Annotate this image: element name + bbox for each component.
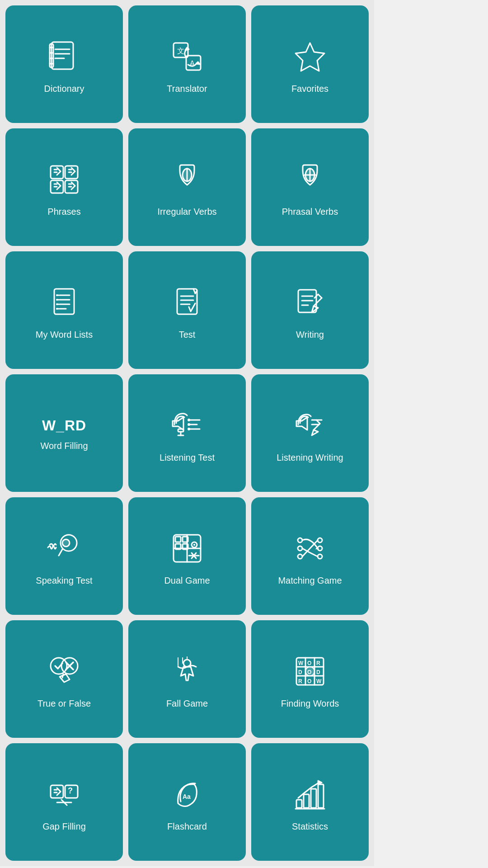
svg-point-31 [56,308,58,310]
phrases-icon [44,159,84,200]
matching-game-card[interactable]: Matching Game [251,497,369,615]
app-grid: Dictionary 文 A Translator Favorites [0,0,374,866]
svg-text:?: ? [68,786,73,795]
listening-test-icon [167,405,207,446]
svg-point-29 [56,303,58,305]
listening-writing-card[interactable]: Listening Writing [251,374,369,492]
svg-rect-23 [54,289,74,314]
dictionary-icon [44,36,84,77]
fall-game-card[interactable]: Fall Game [128,620,246,738]
irregular-verbs-icon [167,159,207,200]
favorites-label: Favorites [291,83,328,94]
finding-words-label: Finding Words [281,698,339,709]
svg-line-47 [318,294,322,298]
svg-point-25 [56,294,58,296]
flashcard-card[interactable]: Aa Flashcard [128,743,246,861]
translator-icon: 文 A [167,36,207,77]
svg-text:文: 文 [177,47,184,55]
svg-line-89 [62,674,63,678]
word-filling-label: Word Filling [40,440,88,451]
svg-rect-69 [175,537,181,542]
statistics-card[interactable]: Statistics [251,743,369,861]
writing-card[interactable]: Writing [251,251,369,369]
listening-writing-icon [290,405,330,446]
svg-point-65 [62,539,70,547]
svg-marker-13 [296,43,324,71]
finding-words-icon: W O R D O D R O W [290,651,330,692]
svg-rect-109 [51,785,63,798]
speaking-test-label: Speaking Test [36,575,92,586]
svg-rect-0 [52,42,73,69]
writing-label: Writing [296,329,324,340]
listening-test-card[interactable]: Listening Test [128,374,246,492]
statistics-label: Statistics [292,821,328,832]
svg-text:D: D [316,669,320,675]
test-card[interactable]: Test [128,251,246,369]
true-or-false-label: True or False [38,698,91,709]
flashcard-label: Flashcard [167,821,207,832]
word-filling-text: W_RD [42,417,86,434]
gap-filling-icon: ? [44,774,84,815]
listening-test-label: Listening Test [160,452,215,463]
svg-point-57 [188,423,190,426]
speaking-test-icon [44,528,84,569]
svg-text:O: O [307,669,311,675]
svg-rect-118 [318,784,324,808]
svg-rect-116 [304,794,309,808]
svg-point-58 [188,428,190,430]
svg-text:O: O [307,678,311,684]
writing-icon [290,282,330,323]
svg-text:O: O [307,660,311,666]
phrasal-verbs-icon [290,159,330,200]
svg-rect-36 [177,289,197,314]
favorites-icon [290,36,330,77]
flashcard-icon: Aa [167,774,207,815]
matching-game-label: Matching Game [278,575,342,586]
svg-point-74 [193,544,195,546]
my-word-lists-label: My Word Lists [36,329,93,340]
svg-text:W: W [316,678,322,684]
my-word-lists-card[interactable]: My Word Lists [5,251,123,369]
phrases-label: Phrases [47,206,80,217]
svg-line-46 [314,298,322,306]
statistics-icon [290,774,330,815]
phrases-card[interactable]: Phrases [5,128,123,246]
true-or-false-card[interactable]: True or False [5,620,123,738]
gap-filling-label: Gap Filling [42,821,86,832]
irregular-verbs-card[interactable]: Irregular Verbs [128,128,246,246]
my-word-lists-icon [44,282,84,323]
svg-rect-115 [296,800,302,808]
true-or-false-icon [44,651,84,692]
translator-card[interactable]: 文 A Translator [128,5,246,123]
finding-words-card[interactable]: W O R D O D R O W Finding Words [251,620,369,738]
translator-label: Translator [167,83,207,94]
word-filling-card[interactable]: W_RD Word Filling [5,374,123,492]
dual-game-card[interactable]: Dual Game [128,497,246,615]
fall-game-icon [167,651,207,692]
test-icon [167,282,207,323]
phrasal-verbs-label: Phrasal Verbs [282,206,338,217]
svg-text:Aa: Aa [183,793,191,800]
dual-game-icon [167,528,207,569]
matching-game-icon [290,528,330,569]
svg-point-56 [188,419,190,421]
svg-point-27 [56,299,58,301]
speaking-test-card[interactable]: Speaking Test [5,497,123,615]
svg-rect-117 [311,789,316,808]
listening-writing-label: Listening Writing [277,452,343,463]
dictionary-card[interactable]: Dictionary [5,5,123,123]
dictionary-label: Dictionary [44,83,84,94]
phrasal-verbs-card[interactable]: Phrasal Verbs [251,128,369,246]
svg-text:R: R [316,660,320,666]
gap-filling-card[interactable]: ? Gap Filling [5,743,123,861]
svg-text:D: D [298,669,302,675]
irregular-verbs-label: Irregular Verbs [157,206,216,217]
svg-text:R: R [298,678,302,684]
dual-game-label: Dual Game [164,575,210,586]
svg-text:W: W [298,660,304,666]
favorites-card[interactable]: Favorites [251,5,369,123]
test-label: Test [179,329,196,340]
fall-game-label: Fall Game [166,698,208,709]
